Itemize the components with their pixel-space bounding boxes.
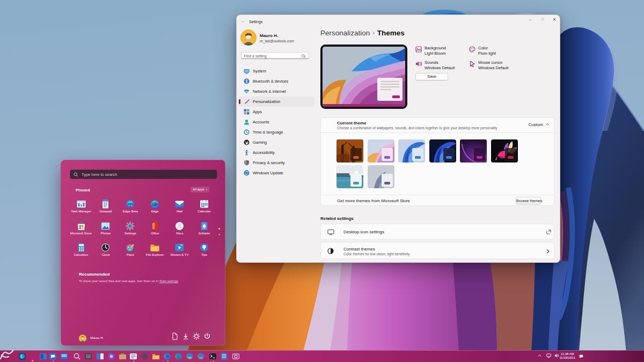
svg-text:BETA: BETA <box>128 205 133 207</box>
